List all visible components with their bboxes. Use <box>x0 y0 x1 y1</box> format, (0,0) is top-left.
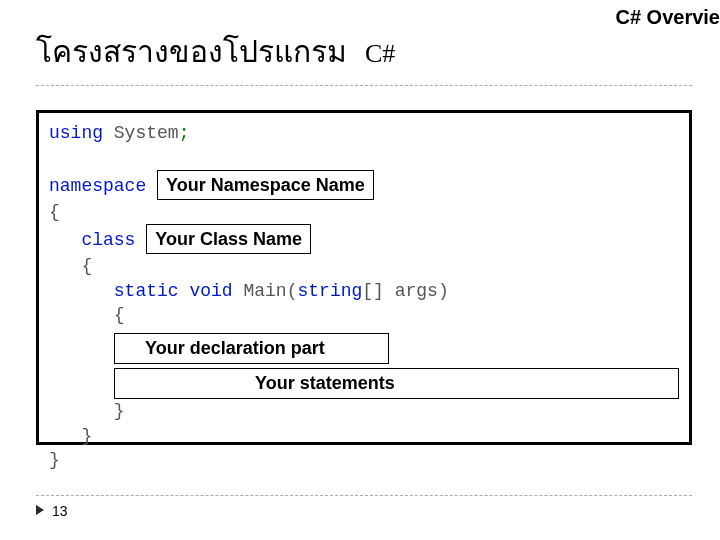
brace-close-ns: } <box>39 448 689 472</box>
title-divider <box>36 85 692 86</box>
slide: C# Overvie โครงสรางของโปรแกรม C# using S… <box>0 0 720 540</box>
code-line-namespace: namespace Your Namespace Name <box>39 170 689 200</box>
main-rest: [] args) <box>362 281 448 301</box>
brace-open-main: { <box>39 303 689 327</box>
semicolon: ; <box>179 123 190 143</box>
code-line-class: class Your Class Name <box>39 224 689 254</box>
keyword-void: void <box>189 281 232 301</box>
code-line-using: using System; <box>39 121 689 145</box>
placeholder-class: Your Class Name <box>146 224 311 254</box>
keyword-namespace: namespace <box>49 176 146 196</box>
brace-open-class: { <box>39 254 689 278</box>
keyword-class: class <box>81 230 135 250</box>
title-row: โครงสรางของโปรแกรม C# <box>36 28 692 75</box>
footer: 13 <box>36 495 692 520</box>
brace-text: } <box>81 426 92 446</box>
keyword-using: using <box>49 123 103 143</box>
placeholder-declaration: Your declaration part <box>114 333 389 364</box>
brace-text: { <box>114 305 125 325</box>
code-blank <box>39 145 689 169</box>
footer-divider <box>36 495 692 496</box>
title-thai: โครงสรางของโปรแกรม <box>36 28 347 75</box>
brace-text: { <box>81 256 92 276</box>
keyword-string: string <box>297 281 362 301</box>
placeholder-namespace: Your Namespace Name <box>157 170 374 200</box>
main-name: Main <box>233 281 287 301</box>
title-en: C# <box>365 39 395 69</box>
bullet-icon <box>36 505 44 515</box>
brace-text: } <box>114 401 125 421</box>
brace-close-main: } <box>39 399 689 423</box>
paren-open: ( <box>287 281 298 301</box>
overview-label: C# Overvie <box>615 6 720 29</box>
placeholder-statements: Your statements <box>114 368 679 399</box>
keyword-static: static <box>114 281 179 301</box>
code-frame: using System; namespace Your Namespace N… <box>36 110 692 445</box>
code-text: System <box>103 123 179 143</box>
brace-close-class: } <box>39 424 689 448</box>
page-number: 13 <box>52 503 68 519</box>
brace-open-ns: { <box>39 200 689 224</box>
code-line-main: static void Main(string[] args) <box>39 279 689 303</box>
